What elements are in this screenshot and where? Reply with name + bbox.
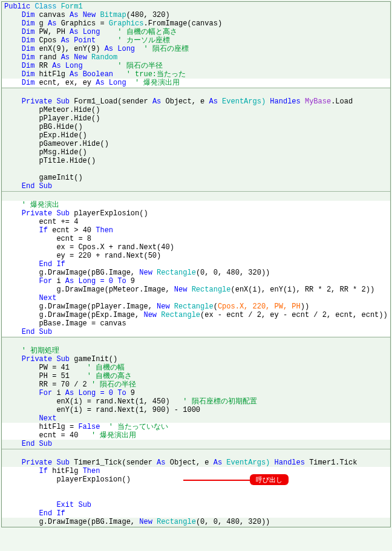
code-line: PH = 51 ' 自機の高さ <box>2 372 390 380</box>
code-line: For i As Long = 0 To 9 <box>2 389 390 397</box>
code-line: Dim canvas As New Bitmap(480, 320) <box>2 11 390 19</box>
code-line: pMeteor.Hide() <box>2 106 390 114</box>
code-line <box>2 338 390 347</box>
code-line: End Sub <box>2 440 390 448</box>
code-line: Dim RR As Long ' 隕石の半径 <box>2 62 390 70</box>
code-line-highlighted: Next <box>2 294 390 302</box>
code-line-highlighted: g.DrawImage(pBG.Image, New Rectangle(0, … <box>2 269 390 277</box>
code-line: pBG.Hide() <box>2 123 390 131</box>
code-line: pPlayer.Hide() <box>2 114 390 123</box>
code-line-highlighted: pBase.Image = canvas <box>2 319 390 328</box>
code-line <box>2 165 390 174</box>
code-line: End Sub <box>2 182 390 191</box>
code-block-game-init: ' 初期処理 Private Sub gameInit() PW = 41 ' … <box>2 337 390 449</box>
code-line: pGameover.Hide() <box>2 140 390 148</box>
code-line-highlighted: ecnt = 40 ' 爆発演出用 <box>2 431 390 440</box>
code-line-highlighted: ecnt += 4 <box>2 218 390 226</box>
callout-connector <box>183 480 250 481</box>
code-line: Private Sub Timer1_Tick(sender As Object… <box>2 458 390 467</box>
code-line: Dim g As Graphics = Graphics.FromImage(c… <box>2 19 390 28</box>
code-line-highlighted: If hitFlg Then <box>2 467 390 475</box>
code-line: Next <box>2 414 390 423</box>
code-line-highlighted: End Sub <box>2 328 390 336</box>
code-line-highlighted: ' 爆発演出 <box>2 201 390 209</box>
code-line: RR = 70 / 2 ' 隕石の半径 <box>2 380 390 389</box>
code-line-highlighted: playerExplosion() 呼び出し <box>2 475 390 501</box>
code-block-form-load: Private Sub Form1_Load(sender As Object,… <box>2 88 390 192</box>
code-line: ' 初期処理 <box>2 347 390 355</box>
code-line: pExp.Hide() <box>2 131 390 140</box>
code-line-highlighted: ey = 220 + rand.Next(50) <box>2 252 390 260</box>
code-line <box>2 192 390 201</box>
code-line: Dim enX(9), enY(9) As Long ' 隕石の座標 <box>2 45 390 53</box>
code-line-highlighted: ecnt = 8 <box>2 235 390 243</box>
code-line: Dim rand As New Random <box>2 53 390 62</box>
code-line: enX(i) = rand.Next(1, 450) ' 隕石座標の初期配置 <box>2 397 390 406</box>
code-line-highlighted: Exit Sub <box>2 501 390 509</box>
code-line: enY(i) = rand.Next(1, 900) - 1000 <box>2 406 390 414</box>
code-block-declarations: Public Class Form1 Dim canvas As New Bit… <box>2 2 390 88</box>
code-line: Dim Cpos As Point ' カーソル座標 <box>2 36 390 45</box>
code-line <box>2 450 390 458</box>
code-line-highlighted: Dim ecnt, ex, ey As Long ' 爆発演出用 <box>2 79 390 87</box>
code-line: gameInit() <box>2 174 390 182</box>
code-line: pTitle.Hide() <box>2 157 390 165</box>
code-line-highlighted: g.DrawImage(pPlayer.Image, New Rectangle… <box>2 302 390 311</box>
code-block-timer-tick: Private Sub Timer1_Tick(sender As Object… <box>2 449 390 527</box>
code-line-highlighted: Private Sub playerExplosion() <box>2 209 390 218</box>
code-line: Dim PW, PH As Long ' 自機の幅と高さ <box>2 28 390 36</box>
callout-badge: 呼び出し <box>250 474 289 485</box>
code-line: pMsg.Hide() <box>2 148 390 157</box>
code-line-highlighted: hitFlg = False ' 当たっていない <box>2 423 390 431</box>
code-line-highlighted: g.DrawImage(pExp.Image, New Rectangle(ex… <box>2 311 390 319</box>
code-line-highlighted: For i As Long = 0 To 9 <box>2 277 390 285</box>
code-line: g.DrawImage(pBG.Image, New Rectangle(0, … <box>2 518 390 526</box>
code-line-highlighted: End If <box>2 509 390 518</box>
code-line: Public Class Form1 <box>2 2 390 11</box>
code-line-highlighted: If ecnt > 40 Then <box>2 226 390 235</box>
code-line: Private Sub gameInit() <box>2 355 390 364</box>
code-line-highlighted: ex = Cpos.X + rand.Next(40) <box>2 243 390 252</box>
code-line <box>2 89 390 97</box>
code-viewport: Public Class Form1 Dim canvas As New Bit… <box>1 1 391 527</box>
code-line: Private Sub Form1_Load(sender As Object,… <box>2 97 390 106</box>
code-block-player-explosion: ' 爆発演出 Private Sub playerExplosion() ecn… <box>2 192 390 337</box>
code-line: Dim hitFlg As Boolean ' true:当たった <box>2 70 390 79</box>
code-line-highlighted: End If <box>2 260 390 269</box>
code-line-highlighted: g.DrawImage(pMeteor.Image, New Rectangle… <box>2 285 390 294</box>
code-line: PW = 41 ' 自機の幅 <box>2 364 390 372</box>
